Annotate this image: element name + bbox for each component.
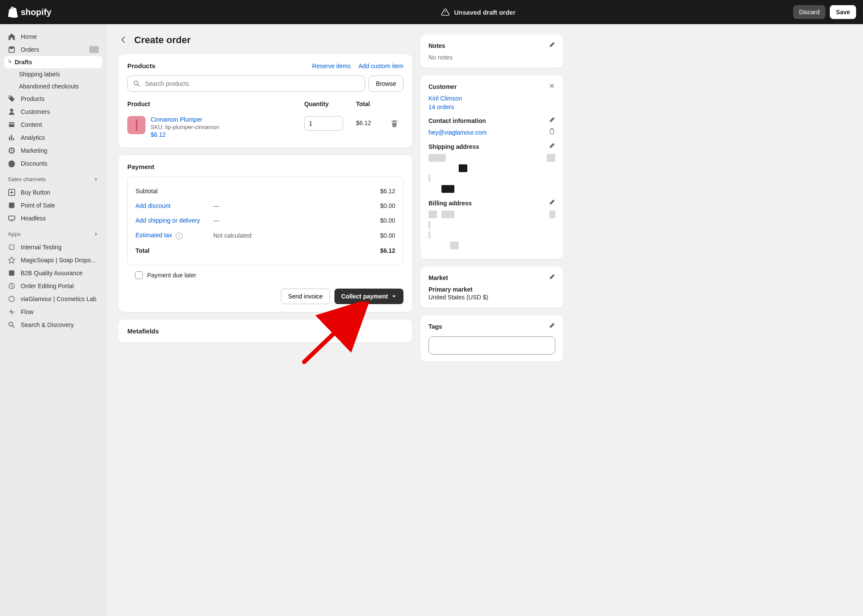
- quantity-input[interactable]: [304, 116, 343, 131]
- remove-product-button[interactable]: [391, 116, 403, 129]
- shopify-logo[interactable]: shopify: [7, 6, 51, 18]
- billing-address-redacted: [428, 211, 555, 249]
- nav-label: Home: [21, 33, 37, 40]
- send-invoice-button[interactable]: Send invoice: [281, 289, 330, 304]
- sidebar: Home Orders Drafts Shipping labels Aband…: [0, 24, 107, 616]
- svg-point-7: [9, 322, 13, 326]
- discount-value: $0.00: [380, 202, 395, 209]
- nav-app-flow[interactable]: Flow: [0, 305, 107, 318]
- metafields-card: Metafields: [119, 320, 412, 343]
- due-later-checkbox[interactable]: [135, 271, 143, 279]
- back-button[interactable]: [119, 35, 128, 46]
- clipboard-icon: [548, 128, 555, 135]
- add-custom-item-link[interactable]: Add custom item: [359, 63, 403, 69]
- pencil-icon: [548, 322, 555, 329]
- nav-app-viaglamour[interactable]: viaGlamour | Cosmetics Lab: [0, 292, 107, 305]
- product-search[interactable]: [127, 75, 365, 92]
- svg-rect-2: [9, 216, 15, 220]
- product-name-link[interactable]: Cinnamon Plumper: [151, 116, 304, 123]
- products-card: Products Reserve items Add custom item B…: [119, 54, 412, 148]
- target-icon: [8, 147, 16, 154]
- nav-label: Products: [21, 95, 44, 102]
- product-price-link[interactable]: $6.12: [151, 131, 304, 138]
- remove-customer-button[interactable]: [548, 82, 555, 91]
- copy-email-button[interactable]: [548, 128, 555, 136]
- edit-contact-button[interactable]: [548, 116, 555, 125]
- nav-label: Marketing: [21, 147, 47, 154]
- nav-label: Orders: [21, 46, 39, 53]
- info-icon[interactable]: i: [176, 233, 183, 239]
- plus-square-icon: [8, 189, 16, 196]
- nav-pos[interactable]: Point of Sale: [0, 199, 107, 212]
- unsaved-text: Unsaved draft order: [454, 9, 516, 16]
- save-button[interactable]: Save: [830, 5, 856, 19]
- nav-shipping-labels[interactable]: Shipping labels: [0, 68, 107, 80]
- nav-section-channels[interactable]: Sales channels: [0, 170, 107, 186]
- edit-tags-button[interactable]: [548, 322, 555, 330]
- collect-payment-button[interactable]: Collect payment: [334, 289, 403, 304]
- market-title: Market: [428, 274, 448, 281]
- customer-title: Customer: [428, 83, 457, 90]
- home-icon: [8, 33, 16, 41]
- browse-button[interactable]: Browse: [369, 75, 403, 92]
- edit-market-button[interactable]: [548, 273, 555, 282]
- close-icon: [548, 82, 555, 89]
- customer-email-link[interactable]: hey@viaglamour.com: [428, 129, 487, 136]
- edit-notes-button[interactable]: [548, 41, 555, 50]
- pencil-icon: [548, 41, 555, 48]
- product-thumbnail[interactable]: [127, 116, 145, 134]
- nav-marketing[interactable]: Marketing: [0, 144, 107, 157]
- add-discount-link[interactable]: Add discount: [135, 202, 170, 209]
- reserve-items-link[interactable]: Reserve items: [312, 63, 350, 69]
- tags-input[interactable]: [428, 336, 555, 355]
- nav-buy-button[interactable]: Buy Button: [0, 186, 107, 199]
- app-icon: [8, 308, 16, 316]
- products-title: Products: [127, 62, 155, 69]
- nav-label: Shipping labels: [19, 71, 60, 78]
- nav-app-internal[interactable]: Internal Testing: [0, 241, 107, 254]
- product-row: Cinnamon Plumper SKU: lip-plumper-cinnam…: [127, 113, 403, 140]
- payment-summary: Subtotal $6.12 Add discount — $0.00 Add …: [127, 176, 403, 265]
- discard-button[interactable]: Discard: [793, 5, 825, 19]
- pencil-icon: [548, 116, 555, 123]
- nav-app-magicsoaps[interactable]: MagicSoaps | Soap Drops...: [0, 254, 107, 267]
- contact-info-title: Contact information: [428, 117, 486, 124]
- market-card: Market Primary market United States (USD…: [421, 267, 563, 308]
- svg-rect-3: [9, 245, 14, 250]
- estimated-tax-link[interactable]: Estimated tax: [135, 232, 172, 239]
- search-input-field[interactable]: [145, 80, 359, 87]
- nav-label: viaGlamour | Cosmetics Lab: [21, 295, 97, 302]
- customer-name-link[interactable]: Kiril Climson: [428, 95, 555, 102]
- nav-analytics[interactable]: Analytics: [0, 131, 107, 144]
- search-icon: [8, 321, 16, 329]
- shipping-address-title: Shipping address: [428, 143, 479, 150]
- app-icon: [8, 295, 16, 303]
- svg-rect-10: [551, 129, 553, 129]
- nav-headless[interactable]: Headless: [0, 212, 107, 225]
- nav-orders[interactable]: Orders: [0, 43, 107, 56]
- center-column: Create order Products Reserve items Add …: [119, 35, 412, 350]
- add-shipping-link[interactable]: Add shipping or delivery: [135, 217, 200, 224]
- edit-billing-button[interactable]: [548, 199, 555, 207]
- nav-discounts[interactable]: Discounts: [0, 157, 107, 170]
- pencil-icon: [548, 273, 555, 280]
- total-value: $6.12: [380, 247, 395, 254]
- nav-drafts[interactable]: Drafts: [4, 56, 102, 68]
- right-column: Notes No notes Customer Kiril Climson 14…: [421, 35, 563, 361]
- pos-icon: [8, 201, 16, 209]
- main-content: Create order Products Reserve items Add …: [107, 24, 863, 616]
- nav-customers[interactable]: Customers: [0, 105, 107, 118]
- nav-label: Flow: [21, 308, 34, 315]
- edit-shipping-button[interactable]: [548, 142, 555, 151]
- nav-home[interactable]: Home: [0, 30, 107, 43]
- nav-app-b2b[interactable]: B2B Quality Assurance: [0, 267, 107, 280]
- nav-app-search[interactable]: Search & Discovery: [0, 318, 107, 331]
- nav-app-order-editing[interactable]: Order Editing Portal: [0, 280, 107, 292]
- pencil-icon: [548, 142, 555, 149]
- customer-orders-link[interactable]: 14 orders: [428, 104, 555, 110]
- nav-section-apps[interactable]: Apps: [0, 225, 107, 241]
- product-sku: SKU: lip-plumper-cinnamon: [151, 124, 304, 130]
- nav-content[interactable]: Content: [0, 118, 107, 131]
- nav-products[interactable]: Products: [0, 92, 107, 105]
- nav-abandoned[interactable]: Abandoned checkouts: [0, 80, 107, 92]
